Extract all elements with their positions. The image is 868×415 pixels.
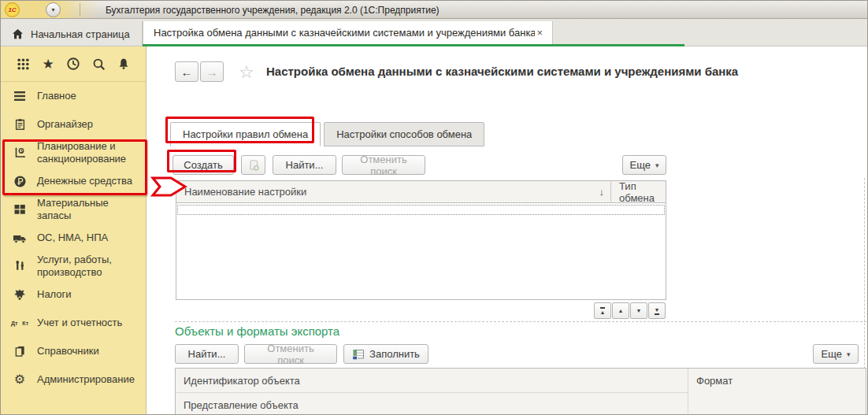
go-prev-button[interactable]: ▲: [612, 302, 629, 319]
copy-button[interactable]: [241, 155, 265, 175]
sidebar-item-money[interactable]: Денежные средства: [1, 167, 146, 195]
column-setting-name[interactable]: Наименование настройки ↓: [176, 181, 610, 202]
tab-document[interactable]: Настройка обмена данными с казначейскими…: [143, 21, 553, 44]
go-first-icon: ▲: [600, 307, 606, 315]
close-tab-icon[interactable]: ×: [535, 27, 544, 39]
1c-logo-icon: 1С: [5, 2, 20, 17]
sidebar-toolbar: ★: [1, 46, 146, 82]
more-label: Еще: [630, 159, 651, 171]
sidebar-item-administration[interactable]: ⚙ Администрирование: [1, 365, 146, 394]
fill-label: Заполнить: [369, 348, 420, 360]
all-functions-grid-icon[interactable]: [14, 55, 32, 72]
sidebar-menu: Главное Органайзер: [1, 82, 146, 394]
blocks-icon: [12, 203, 28, 216]
tab-bar: Начальная страница Настройка обмена данн…: [1, 19, 868, 46]
sidebar-item-label: Налоги: [37, 288, 72, 301]
favorite-star-icon[interactable]: ☆: [239, 62, 254, 83]
go-last-button[interactable]: ▼: [648, 302, 666, 319]
go-next-button[interactable]: ▼: [630, 302, 647, 319]
window-titlebar: 1С ▾ Бухгалтерия государственного учрежд…: [1, 1, 868, 19]
back-button[interactable]: ←: [175, 61, 198, 82]
credit-label: Кт: [22, 321, 28, 326]
sidebar-item-label: Планирование и санкционирование: [37, 140, 141, 165]
chevron-down-icon: ▾: [847, 350, 851, 358]
form-tabs: Настройки правил обмена Настройки способ…: [170, 122, 484, 146]
sidebar-item-organizer[interactable]: Органайзер: [1, 110, 146, 139]
sidebar-item-label: Справочники: [37, 345, 99, 358]
app-window: 1С ▾ Бухгалтерия государственного учрежд…: [0, 0, 868, 415]
tools-icon: [12, 260, 28, 272]
tab-exchange-methods[interactable]: Настройки способов обмена: [324, 122, 484, 146]
debit-credit-icon: Дт Кт: [12, 321, 28, 326]
tab-exchange-rules[interactable]: Настройки правил обмена: [170, 122, 321, 146]
cancel-search-button-export[interactable]: Отменить поиск: [244, 344, 337, 364]
find-button-export[interactable]: Найти...: [175, 344, 239, 364]
go-last-icon: ▼: [655, 307, 660, 315]
create-button[interactable]: Создать: [172, 155, 234, 175]
table-nav-buttons: ▲ ▲ ▼ ▼: [594, 302, 666, 319]
sidebar-item-accounting[interactable]: Дт Кт Учет и отчетность: [1, 309, 146, 337]
sort-desc-icon: ↓: [599, 186, 605, 198]
history-icon[interactable]: [65, 55, 82, 72]
go-first-button[interactable]: ▲: [594, 302, 611, 319]
column-label: Представление объекта: [184, 399, 299, 411]
cancel-search-button[interactable]: Отменить поиск: [342, 155, 425, 175]
chart-ruble-icon: [12, 146, 28, 160]
forward-button[interactable]: →: [200, 61, 224, 82]
fill-button[interactable]: Заполнить: [343, 344, 428, 364]
sidebar-item-label: ОС, НМА, НПА: [37, 232, 108, 244]
sidebar-item-label: Учет и отчетность: [37, 317, 122, 329]
sidebar-item-directories[interactable]: Справочники: [1, 337, 146, 365]
chevron-down-icon: ▾: [51, 6, 54, 13]
tab-home[interactable]: Начальная страница: [1, 21, 143, 46]
horizontal-splitter[interactable]: [175, 321, 866, 322]
home-icon: [12, 28, 24, 40]
eagle-crest-icon: [12, 288, 28, 301]
favorites-star-icon[interactable]: ★: [39, 55, 57, 72]
hamburger-icon: [12, 91, 28, 102]
export-objects-table[interactable]: Идентификатор объекта Формат Представлен…: [175, 368, 866, 415]
fill-table-icon: [352, 348, 365, 361]
clipboard-icon: [12, 118, 28, 131]
sidebar: ★: [1, 46, 147, 415]
sidebar-item-assets[interactable]: ОС, НМА, НПА: [1, 224, 146, 252]
find-button[interactable]: Найти...: [273, 155, 336, 175]
sidebar-item-main[interactable]: Главное: [1, 82, 146, 110]
books-icon: [12, 345, 28, 358]
exchange-rules-table[interactable]: Наименование настройки ↓ Тип обмена: [176, 180, 666, 300]
truck-icon: [12, 232, 28, 244]
sidebar-item-planning[interactable]: Планирование и санкционирование: [1, 139, 146, 167]
sidebar-item-label: Денежные средства: [37, 175, 132, 187]
go-prev-icon: ▲: [618, 308, 624, 313]
selected-empty-row[interactable]: [177, 205, 665, 215]
notifications-bell-icon[interactable]: [115, 55, 132, 72]
sidebar-item-label: Услуги, работы, производство: [37, 254, 141, 279]
sidebar-item-label: Администрирование: [37, 373, 135, 386]
table-header: Наименование настройки ↓ Тип обмена: [176, 181, 666, 203]
column-object-id[interactable]: Идентификатор объекта: [176, 369, 688, 393]
copy-document-icon: [247, 159, 260, 172]
ruble-circle-icon: [12, 175, 28, 188]
search-icon[interactable]: [90, 55, 107, 72]
titlebar-divider: [80, 3, 80, 17]
column-object-repr[interactable]: Представление объекта: [176, 393, 688, 415]
sidebar-item-taxes[interactable]: Налоги: [1, 280, 146, 309]
sidebar-item-inventory[interactable]: Материальные запасы: [1, 195, 146, 224]
column-label: Формат: [696, 375, 733, 387]
sidebar-item-label: Материальные запасы: [37, 197, 141, 222]
more-button-export[interactable]: Еще ▾: [813, 344, 859, 364]
gear-icon: ⚙: [12, 373, 28, 386]
column-exchange-type[interactable]: Тип обмена: [610, 181, 666, 202]
column-format[interactable]: Формат: [688, 369, 866, 415]
go-next-icon: ▼: [636, 308, 642, 313]
table-body[interactable]: [176, 203, 666, 298]
system-menu-button[interactable]: ▾: [46, 2, 61, 17]
more-button[interactable]: Еще ▾: [622, 155, 666, 175]
tab-document-label: Настройка обмена данными с казначейскими…: [154, 27, 535, 39]
more-label: Еще: [822, 348, 842, 360]
sidebar-item-services[interactable]: Услуги, работы, производство: [1, 252, 146, 280]
sidebar-item-label: Главное: [37, 90, 76, 102]
column-label: Идентификатор объекта: [184, 375, 300, 387]
sidebar-item-label: Органайзер: [37, 118, 93, 131]
page-title: Настройка обмена данными с казначейскими…: [266, 65, 738, 78]
